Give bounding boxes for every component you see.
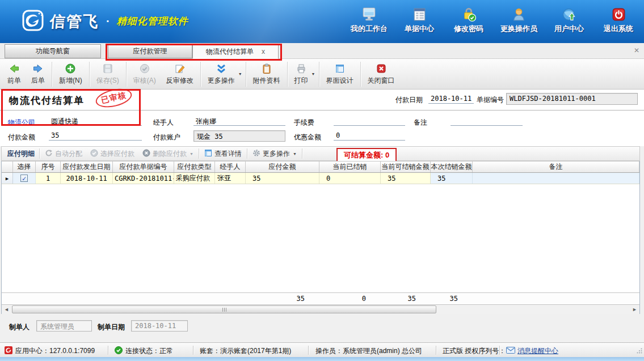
- toolbar-separator: [319, 62, 319, 87]
- reverse-audit-button[interactable]: 反审修改: [161, 61, 199, 87]
- payment-date-label: 付款日期: [395, 95, 423, 105]
- grid-header-settled[interactable]: 当前已结销: [319, 162, 381, 172]
- grid-header-docno[interactable]: 应付款单据编号: [113, 162, 174, 172]
- select-payable-button[interactable]: 选择应付款: [86, 148, 138, 160]
- payables-grid: 选择 序号 应付款发生日期 应付款单据编号 应付款类型 经手人 应付金额 当前已…: [1, 161, 640, 315]
- resize-grip-icon[interactable]: [637, 347, 642, 355]
- brand-separator: ·: [106, 15, 110, 28]
- cell-this-settle[interactable]: 35: [431, 173, 473, 184]
- status-account-set: 账套：演示账套(2017年第1期): [200, 346, 291, 356]
- horizontal-scrollbar[interactable]: ◄ ►: [2, 305, 639, 315]
- grid-header-handler[interactable]: 经手人: [215, 162, 246, 172]
- save-button[interactable]: 保存(S): [91, 61, 124, 87]
- grid-header-remark[interactable]: 备注: [473, 162, 639, 172]
- print-button[interactable]: 打印: [289, 61, 313, 87]
- scrollbar-thumb[interactable]: [12, 305, 436, 313]
- more-operations-button[interactable]: 更多操作: [203, 61, 240, 87]
- detail-button-label: 查看详情: [214, 149, 242, 159]
- status-app-center: 应用中心：127.0.0.1:7099: [15, 346, 95, 356]
- toolbar-label: 保存(S): [96, 76, 119, 86]
- detail-separator: [302, 148, 302, 159]
- status-separator: [108, 346, 108, 355]
- detail-button-label: 更多操作: [263, 149, 290, 159]
- add-new-button[interactable]: 新增(N): [54, 61, 87, 87]
- monitor-icon: [361, 5, 377, 22]
- tab-label: 应付款管理: [133, 46, 167, 56]
- payment-account-field[interactable]: 现金 35: [193, 130, 285, 142]
- grid-header-date[interactable]: 应付款发生日期: [61, 162, 113, 172]
- tab-logistics-settlement[interactable]: 物流代付结算单 x: [192, 44, 279, 59]
- scroll-right-icon[interactable]: ►: [630, 305, 639, 314]
- remark-field[interactable]: [451, 116, 523, 126]
- tab-payables-management[interactable]: 应付款管理: [108, 44, 192, 58]
- header-action-switch-operator[interactable]: 更换操作员: [500, 5, 537, 34]
- table-row[interactable]: ▶ ✓ 1 2018-10-11 CGRKD-20181011-0005 采购应…: [2, 173, 639, 184]
- documents-icon: [412, 5, 427, 22]
- cell-payable: 35: [246, 173, 319, 184]
- print-caret-icon[interactable]: ▼: [312, 72, 315, 76]
- create-date-field: 2018-10-11: [131, 320, 188, 332]
- grid-header-select[interactable]: 选择: [13, 162, 36, 172]
- payment-date-field[interactable]: 2018-10-11: [428, 94, 474, 104]
- globe-icon: [562, 5, 577, 22]
- ui-design-button[interactable]: 界面设计: [321, 61, 359, 87]
- logistics-company-field[interactable]: 圆通快递: [49, 116, 142, 126]
- more-operations-caret-icon[interactable]: ▼: [238, 72, 242, 76]
- document-form: 物流代付结算单 已审核 付款日期 2018-10-11 单据编号 WLDFJSD…: [0, 90, 644, 146]
- panel-close-icon[interactable]: ✕: [634, 46, 639, 54]
- header-action-exit[interactable]: 退出系统: [601, 5, 636, 34]
- close-red-icon: [376, 63, 387, 74]
- toolbar-label: 审核(A): [133, 76, 156, 86]
- row-select-cell[interactable]: ✓: [13, 173, 36, 184]
- tab-function-nav[interactable]: 功能导航窗: [5, 44, 101, 58]
- attachments-button[interactable]: 附件资料: [248, 61, 285, 87]
- logistics-company-label[interactable]: 物流公司: [8, 118, 35, 128]
- cell-remark[interactable]: [473, 173, 639, 184]
- grid-header-settleable[interactable]: 当前可结销金额: [381, 162, 431, 172]
- grid-header-type[interactable]: 应付款类型: [174, 162, 215, 172]
- tab-strip: 功能导航窗 应付款管理 物流代付结算单 x ✕: [0, 43, 644, 59]
- header-action-workbench[interactable]: 我的工作台: [351, 5, 388, 34]
- power-icon: [611, 5, 626, 22]
- header-action-user-center[interactable]: 用户中心: [552, 5, 587, 34]
- header-action-doc-center[interactable]: 单据中心: [402, 5, 437, 34]
- delete-payable-button[interactable]: 删除应付款 ▼: [138, 148, 197, 160]
- header-action-change-password[interactable]: 修改密码: [451, 5, 486, 34]
- detail-more-operations-button[interactable]: 更多操作 ▼: [249, 148, 301, 160]
- payment-account-label: 付款账户: [153, 133, 180, 142]
- grid-header-seq[interactable]: 序号: [36, 162, 61, 172]
- check-circle-icon: [139, 63, 150, 74]
- handler-field[interactable]: 张南娜: [193, 116, 285, 126]
- remark-label: 备注: [414, 118, 427, 128]
- toolbar-label: 附件资料: [253, 76, 280, 86]
- scroll-left-icon[interactable]: ◄: [2, 305, 11, 314]
- brand-slogan: 精细化管理软件: [117, 15, 188, 28]
- app-window: 信管飞 · 精细化管理软件 我的工作台 单据中心 修改密码: [0, 0, 644, 361]
- tab-close-icon[interactable]: x: [262, 48, 265, 56]
- message-center-link[interactable]: 消息提醒中心: [517, 346, 558, 356]
- select-check-icon: [90, 149, 98, 159]
- auto-allocate-button[interactable]: 自动分配: [41, 148, 86, 160]
- next-doc-button[interactable]: 后单: [26, 61, 50, 87]
- discount-field[interactable]: 0: [334, 131, 405, 141]
- payment-amount-field[interactable]: 35: [49, 131, 142, 141]
- row-checkbox[interactable]: ✓: [20, 175, 28, 182]
- toolbar-label: 新增(N): [59, 76, 82, 86]
- row-indicator-icon: ▶: [6, 176, 9, 181]
- fee-field[interactable]: [334, 116, 405, 126]
- window-layout-icon: [334, 63, 346, 74]
- close-window-button[interactable]: 关闭窗口: [363, 61, 400, 87]
- cell-type: 采购应付款: [174, 173, 215, 184]
- header-action-label: 更换操作员: [500, 24, 537, 34]
- audit-button[interactable]: 审核(A): [128, 61, 161, 87]
- tab-label: 功能导航窗: [36, 46, 70, 56]
- grid-header-payable[interactable]: 应付金额: [246, 162, 319, 172]
- status-separator: [436, 346, 436, 355]
- handler-label: 经手人: [153, 118, 174, 128]
- toolbar-label: 前单: [7, 76, 21, 86]
- creator-footer: 制单人 系统管理员 制单日期 2018-10-11: [0, 314, 644, 342]
- prev-doc-button[interactable]: 前单: [2, 61, 26, 87]
- delete-payable-caret-icon: ▼: [190, 152, 193, 156]
- view-detail-button[interactable]: 查看详情: [200, 148, 246, 160]
- grid-header-this-settle[interactable]: 本次结销金额: [431, 162, 473, 172]
